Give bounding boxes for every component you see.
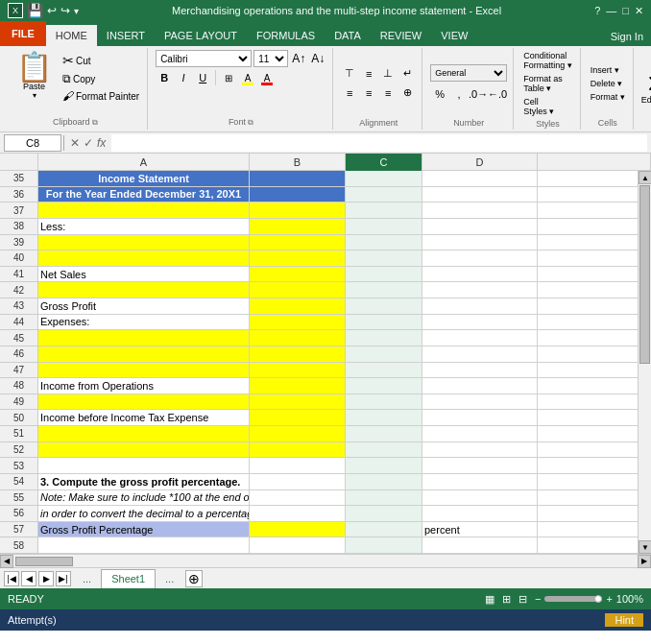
cell-44-d[interactable]	[422, 315, 538, 331]
page-layout-view-btn[interactable]: ⊞	[502, 593, 511, 606]
font-name-select[interactable]: Calibri	[156, 50, 252, 67]
insert-cells-btn[interactable]: Insert ▾	[589, 64, 621, 76]
cancel-formula-icon[interactable]: ✕	[70, 136, 80, 150]
cell-55-b[interactable]	[250, 490, 346, 507]
cell-44-b[interactable]	[250, 315, 346, 331]
cut-btn[interactable]: ✂Cut	[60, 52, 141, 69]
align-middle-btn[interactable]: ≡	[360, 65, 377, 83]
scroll-down-btn[interactable]: ▼	[639, 540, 651, 554]
cell-57-c[interactable]	[346, 522, 422, 538]
clipboard-expand-icon[interactable]: ⧉	[92, 118, 98, 127]
h-scroll-thumb[interactable]	[15, 557, 73, 566]
cell-58-a[interactable]	[38, 537, 250, 554]
cell-42-a[interactable]	[38, 282, 250, 298]
percent-btn[interactable]: %	[431, 85, 448, 103]
cell-42-d[interactable]	[422, 282, 538, 298]
tab-file[interactable]: FILE	[0, 21, 46, 46]
cell-43-b[interactable]	[250, 298, 346, 315]
cell-49-c[interactable]	[346, 394, 422, 411]
cell-42-b[interactable]	[250, 282, 346, 298]
cell-46-b[interactable]	[250, 346, 346, 363]
minimize-btn[interactable]: —	[606, 5, 616, 17]
cell-46-c[interactable]	[346, 346, 422, 363]
cell-40-a[interactable]	[38, 250, 250, 267]
cell-50-a[interactable]: Income before Income Tax Expense	[38, 410, 250, 426]
zoom-in-btn[interactable]: +	[606, 593, 612, 605]
border-btn[interactable]: ⊞	[220, 69, 237, 86]
scroll-right-btn[interactable]: ▶	[638, 555, 651, 568]
cell-36-a[interactable]: For the Year Ended December 31, 20X1	[38, 187, 250, 203]
sheet-nav-last[interactable]: ▶|	[56, 571, 71, 586]
cell-58-d[interactable]	[422, 537, 538, 554]
cell-50-b[interactable]	[250, 410, 346, 426]
sheet-tab-sheet1[interactable]: Sheet1	[101, 569, 156, 588]
cell-35-c[interactable]	[346, 171, 422, 187]
cell-38-b[interactable]	[250, 219, 346, 235]
cell-54-a[interactable]: 3. Compute the gross profit percentage.	[38, 474, 250, 490]
merge-btn[interactable]: ⊕	[398, 84, 416, 102]
cell-40-c[interactable]	[346, 250, 422, 267]
cell-48-a[interactable]: Income from Operations	[38, 378, 250, 394]
cell-58-c[interactable]	[346, 537, 422, 554]
cell-54-b[interactable]	[250, 474, 346, 490]
cell-52-a[interactable]	[38, 442, 250, 459]
italic-btn[interactable]: I	[175, 69, 192, 86]
cell-37-b[interactable]	[250, 203, 346, 219]
col-header-b[interactable]: B	[250, 154, 346, 171]
paste-btn[interactable]: 📋 Paste ▾	[10, 50, 59, 103]
font-size-select[interactable]: 11	[253, 50, 288, 67]
quick-access-redo[interactable]: ↪	[60, 4, 70, 17]
comma-btn[interactable]: ,	[450, 85, 468, 103]
increase-font-btn[interactable]: A↑	[290, 50, 307, 67]
align-center-btn[interactable]: ≡	[360, 84, 377, 102]
cell-35-a[interactable]: Income Statement	[38, 171, 250, 187]
cell-38-a[interactable]: Less:	[38, 219, 250, 235]
cell-48-c[interactable]	[346, 378, 422, 394]
cell-56-a[interactable]: in order to convert the decimal to a per…	[38, 506, 250, 522]
cell-55-d[interactable]	[422, 490, 538, 507]
scroll-thumb[interactable]	[639, 185, 650, 364]
font-expand-icon[interactable]: ⧉	[248, 118, 253, 127]
align-left-btn[interactable]: ≡	[341, 84, 358, 102]
cell-53-a[interactable]	[38, 458, 250, 474]
cell-57-a[interactable]: Gross Profit Percentage	[38, 522, 250, 538]
cell-49-a[interactable]	[38, 394, 250, 411]
cell-styles-btn[interactable]: CellStyles ▾	[521, 96, 556, 117]
cell-39-a[interactable]	[38, 235, 250, 251]
cell-48-b[interactable]	[250, 378, 346, 394]
increase-decimal-btn[interactable]: .0→	[470, 85, 487, 103]
col-header-c[interactable]: C	[346, 154, 422, 171]
add-sheet-btn[interactable]: ⊕	[185, 570, 203, 587]
insert-function-icon[interactable]: fx	[97, 136, 106, 150]
vertical-scrollbar[interactable]: ▲ ▼	[638, 171, 651, 554]
cell-53-c[interactable]	[346, 458, 422, 474]
cell-52-b[interactable]	[250, 442, 346, 459]
copy-btn[interactable]: ⧉Copy	[60, 71, 141, 86]
cell-53-d[interactable]	[422, 458, 538, 474]
cell-45-d[interactable]	[422, 330, 538, 346]
delete-cells-btn[interactable]: Delete ▾	[589, 78, 625, 89]
scroll-left-btn[interactable]: ◀	[0, 555, 13, 568]
horizontal-scrollbar[interactable]: ◀ ▶	[0, 554, 651, 567]
cell-56-b[interactable]	[250, 506, 346, 522]
cell-38-c[interactable]	[346, 219, 422, 235]
scroll-up-btn[interactable]: ▲	[639, 171, 651, 184]
zoom-slider[interactable]	[544, 596, 602, 602]
cell-55-a[interactable]: Note: Make sure to include *100 at the e…	[38, 490, 250, 507]
cell-37-d[interactable]	[422, 203, 538, 219]
underline-btn[interactable]: U	[194, 69, 211, 86]
cell-54-c[interactable]	[346, 474, 422, 490]
tab-formulas[interactable]: FORMULAS	[247, 25, 325, 46]
quick-access-save[interactable]: 💾	[27, 3, 43, 18]
maximize-btn[interactable]: □	[622, 5, 629, 17]
bold-btn[interactable]: B	[156, 69, 173, 86]
decrease-decimal-btn[interactable]: ←.0	[489, 85, 506, 103]
cell-48-d[interactable]	[422, 378, 538, 394]
cell-45-c[interactable]	[346, 330, 422, 346]
cell-41-b[interactable]	[250, 267, 346, 283]
cell-46-a[interactable]	[38, 346, 250, 363]
cell-56-c[interactable]	[346, 506, 422, 522]
format-as-table-btn[interactable]: Format asTable ▾	[521, 73, 565, 94]
cell-44-a[interactable]: Expenses:	[38, 315, 250, 331]
cell-36-d[interactable]	[422, 187, 538, 203]
